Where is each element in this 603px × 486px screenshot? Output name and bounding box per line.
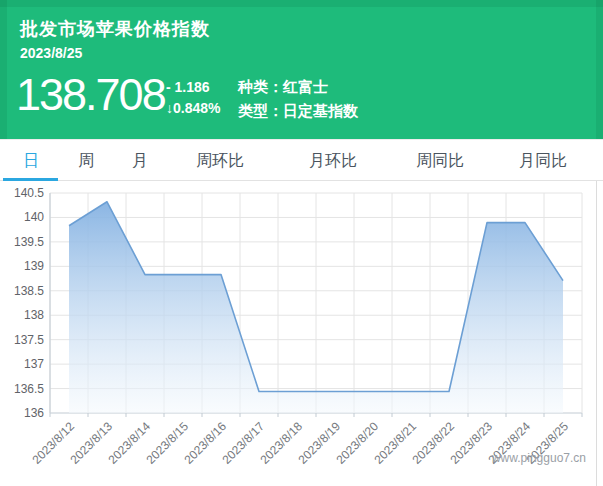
- tab-month[interactable]: 月: [132, 140, 148, 181]
- header: 批发市场苹果价格指数 2023/8/25 138.708 - 1.186 ↓0.…: [0, 0, 603, 139]
- svg-text:137: 137: [24, 357, 44, 371]
- price-area-chart: 140.5140139.5139138.5138137.5137136.5136…: [0, 181, 597, 486]
- tab-week-yoy[interactable]: 周同比: [416, 140, 464, 181]
- tab-week[interactable]: 周: [78, 140, 94, 181]
- tab-month-yoy[interactable]: 月同比: [519, 140, 567, 181]
- svg-text:139.5: 139.5: [14, 235, 44, 249]
- index-value: 138.708: [16, 72, 165, 117]
- svg-text:137.5: 137.5: [14, 333, 44, 347]
- watermark: www.pingguo7.cn: [492, 451, 586, 465]
- apple-price-index-widget: 批发市场苹果价格指数 2023/8/25 138.708 - 1.186 ↓0.…: [0, 0, 603, 486]
- chart-panel: 140.5140139.5139138.5138137.5137136.5136…: [0, 181, 597, 486]
- type-label: 类型：日定基指数: [238, 99, 358, 123]
- svg-text:136: 136: [24, 406, 44, 420]
- svg-text:139: 139: [24, 259, 44, 273]
- tab-day[interactable]: 日: [23, 140, 39, 181]
- svg-text:138: 138: [24, 308, 44, 322]
- tab-week-on-week[interactable]: 周环比: [196, 140, 244, 181]
- svg-text:140: 140: [24, 210, 44, 224]
- variety-label: 种类：红富士: [238, 75, 358, 99]
- page-title: 批发市场苹果价格指数: [20, 17, 210, 41]
- svg-text:136.5: 136.5: [14, 382, 44, 396]
- tab-month-on-month[interactable]: 月环比: [309, 140, 357, 181]
- header-date: 2023/8/25: [20, 45, 82, 61]
- svg-text:138.5: 138.5: [14, 284, 44, 298]
- change-block: - 1.186 ↓0.848%: [166, 77, 220, 119]
- tab-bar: 日周月周环比月环比周同比月同比: [0, 139, 603, 181]
- change-percent: ↓0.848%: [166, 98, 220, 119]
- change-value: - 1.186: [166, 77, 220, 98]
- svg-text:140.5: 140.5: [14, 186, 44, 200]
- meta-block: 种类：红富士 类型：日定基指数: [238, 75, 358, 123]
